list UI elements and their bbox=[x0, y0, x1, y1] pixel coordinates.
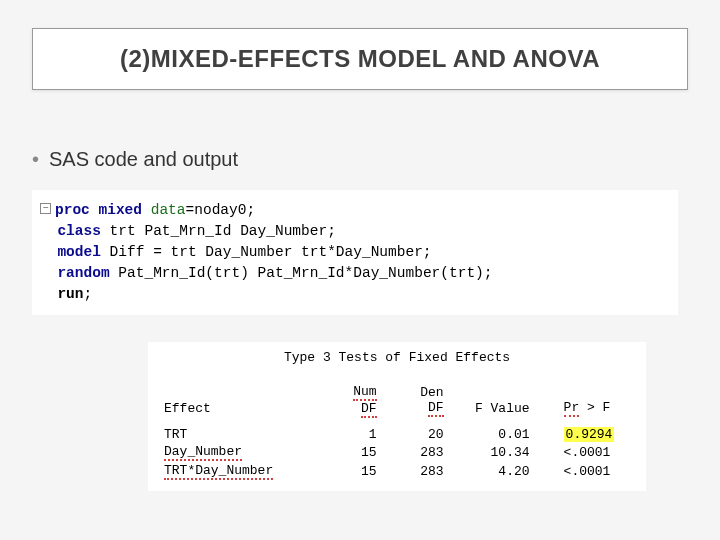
cell-dendf: 283 bbox=[383, 462, 450, 481]
hdr-f: F Value bbox=[475, 401, 530, 416]
bullet-icon: • bbox=[32, 148, 39, 171]
code-kw: proc mixed bbox=[55, 202, 142, 218]
hdr-effect: Effect bbox=[164, 401, 211, 416]
hdr-pr1: Pr bbox=[564, 400, 580, 417]
cell-dendf: 283 bbox=[383, 443, 450, 462]
cell-pvalue: <.0001 bbox=[536, 462, 636, 481]
code-text bbox=[142, 202, 151, 218]
table-row: Day_Number1528310.34<.0001 bbox=[158, 443, 636, 462]
cell-effect: Day_Number bbox=[158, 443, 311, 462]
cell-numdf: 15 bbox=[311, 462, 383, 481]
col-effect-header: Effect bbox=[158, 383, 311, 426]
code-kw: random bbox=[57, 265, 109, 281]
col-den-header: DenDF bbox=[383, 383, 450, 426]
code-option: data bbox=[151, 202, 186, 218]
slide-title: (2)MIXED-EFFECTS MODEL AND ANOVA bbox=[53, 45, 667, 73]
code-kw: class bbox=[57, 223, 101, 239]
code-line-4: random Pat_Mrn_Id(trt) Pat_Mrn_Id*Day_Nu… bbox=[40, 263, 670, 284]
code-text: =noday0; bbox=[186, 202, 256, 218]
cell-numdf: 15 bbox=[311, 443, 383, 462]
code-text: Pat_Mrn_Id(trt) Pat_Mrn_Id*Day_Number(tr… bbox=[110, 265, 493, 281]
code-line-5: run; bbox=[40, 284, 670, 305]
cell-effect: TRT bbox=[158, 426, 311, 443]
output-title: Type 3 Tests of Fixed Effects bbox=[158, 350, 636, 365]
bullet-row: • SAS code and output bbox=[32, 148, 238, 171]
hdr-num1: Num bbox=[353, 384, 376, 401]
col-p-header: Pr > F bbox=[536, 383, 636, 426]
cell-fvalue: 0.01 bbox=[450, 426, 536, 443]
hdr-den1: Den bbox=[420, 385, 443, 400]
hdr-num2: DF bbox=[361, 401, 377, 418]
code-kw: run bbox=[57, 286, 83, 302]
fold-minus-icon: − bbox=[40, 203, 51, 214]
code-line-1: −proc mixed data=noday0; bbox=[40, 200, 670, 221]
sas-output-block: Type 3 Tests of Fixed Effects Effect Num… bbox=[148, 342, 646, 491]
table-header-row: Effect NumDF DenDF F Value Pr > F bbox=[158, 383, 636, 426]
col-f-header: F Value bbox=[450, 383, 536, 426]
code-line-3: model Diff = trt Day_Number trt*Day_Numb… bbox=[40, 242, 670, 263]
cell-fvalue: 10.34 bbox=[450, 443, 536, 462]
cell-pvalue: 0.9294 bbox=[536, 426, 636, 443]
code-line-2: class trt Pat_Mrn_Id Day_Number; bbox=[40, 221, 670, 242]
code-text: ; bbox=[84, 286, 93, 302]
bullet-text: SAS code and output bbox=[49, 148, 238, 171]
sas-code-block: −proc mixed data=noday0; class trt Pat_M… bbox=[32, 190, 678, 315]
cell-effect: TRT*Day_Number bbox=[158, 462, 311, 481]
cell-dendf: 20 bbox=[383, 426, 450, 443]
table-row: TRT1200.010.9294 bbox=[158, 426, 636, 443]
cell-numdf: 1 bbox=[311, 426, 383, 443]
hdr-pr2: > F bbox=[579, 400, 610, 415]
cell-pvalue: <.0001 bbox=[536, 443, 636, 462]
code-kw: model bbox=[57, 244, 101, 260]
cell-fvalue: 4.20 bbox=[450, 462, 536, 481]
table-row: TRT*Day_Number152834.20<.0001 bbox=[158, 462, 636, 481]
output-table: Effect NumDF DenDF F Value Pr > F TRT120… bbox=[158, 383, 636, 481]
hdr-den2: DF bbox=[428, 400, 444, 417]
code-text: trt Pat_Mrn_Id Day_Number; bbox=[101, 223, 336, 239]
code-text: Diff = trt Day_Number trt*Day_Number; bbox=[101, 244, 432, 260]
col-num-header: NumDF bbox=[311, 383, 383, 426]
title-box: (2)MIXED-EFFECTS MODEL AND ANOVA bbox=[32, 28, 688, 90]
